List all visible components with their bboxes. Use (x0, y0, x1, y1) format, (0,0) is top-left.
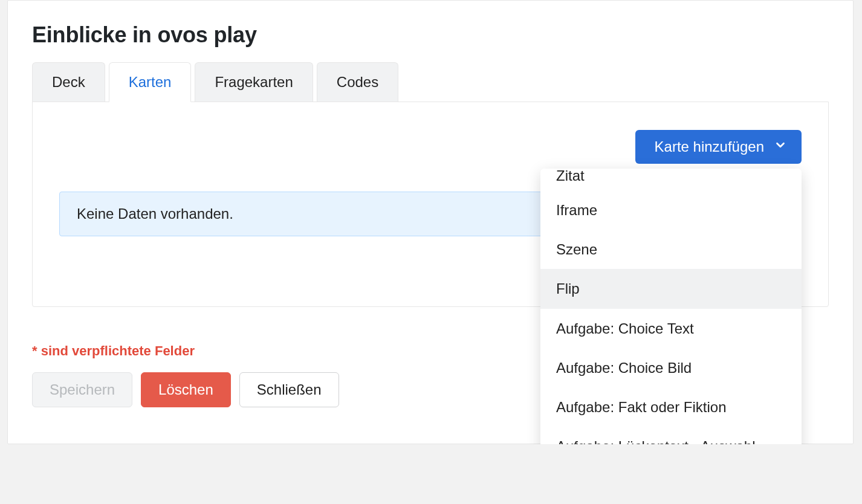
dropdown-item-aufgabe-choice-text[interactable]: Aufgabe: Choice Text (540, 309, 802, 348)
dropdown-item-flip[interactable]: Flip (540, 269, 802, 308)
tab-label: Fragekarten (215, 74, 293, 90)
dropdown-item-szene[interactable]: Szene (540, 230, 802, 269)
dropdown-item-zitat[interactable]: Zitat (540, 169, 802, 190)
tab-panel: Karte hinzufügen Zitat Iframe Szene (32, 102, 829, 307)
page-title: Einblicke in ovos play (32, 22, 829, 48)
tab-label: Codes (337, 74, 378, 90)
tab-karten[interactable]: Karten (109, 62, 192, 102)
dropdown-item-label: Flip (556, 280, 580, 297)
dropdown-item-aufgabe-lueckentext-auswahl[interactable]: Aufgabe: Lückentext - Auswahl (540, 427, 802, 444)
empty-state-text: Keine Daten vorhanden. (77, 205, 233, 222)
add-card-button[interactable]: Karte hinzufügen (635, 130, 802, 164)
dropdown-item-label: Aufgabe: Fakt oder Fiktion (556, 399, 726, 415)
dropdown-item-label: Aufgabe: Choice Text (556, 320, 694, 337)
save-button-label: Speichern (50, 381, 115, 398)
dropdown-item-label: Aufgabe: Lückentext - Auswahl (556, 438, 756, 444)
dropdown-item-aufgabe-choice-bild[interactable]: Aufgabe: Choice Bild (540, 348, 802, 387)
tab-fragekarten[interactable]: Fragekarten (195, 62, 313, 102)
add-button-wrap: Karte hinzufügen Zitat Iframe Szene (59, 130, 802, 164)
close-button-label: Schließen (257, 381, 322, 398)
dropdown-item-aufgabe-fakt-oder-fiktion[interactable]: Aufgabe: Fakt oder Fiktion (540, 387, 802, 427)
dropdown-item-label: Zitat (556, 169, 585, 184)
dropdown-item-label: Iframe (556, 202, 597, 218)
close-button[interactable]: Schließen (239, 372, 339, 407)
tabs: Deck Karten Fragekarten Codes (32, 62, 829, 102)
save-button[interactable]: Speichern (32, 372, 132, 407)
page-card: Einblicke in ovos play Deck Karten Frage… (7, 0, 854, 444)
tab-label: Deck (52, 74, 85, 90)
add-card-dropdown: Zitat Iframe Szene Flip Aufgabe: Choice … (540, 169, 802, 444)
delete-button[interactable]: Löschen (141, 372, 231, 407)
add-card-button-label: Karte hinzufügen (655, 138, 764, 155)
chevron-down-icon (774, 138, 787, 155)
tab-codes[interactable]: Codes (317, 62, 398, 102)
tab-label: Karten (129, 74, 172, 90)
dropdown-item-label: Aufgabe: Choice Bild (556, 360, 692, 376)
dropdown-item-iframe[interactable]: Iframe (540, 190, 802, 230)
tab-deck[interactable]: Deck (32, 62, 105, 102)
dropdown-item-label: Szene (556, 241, 597, 257)
delete-button-label: Löschen (158, 381, 213, 398)
